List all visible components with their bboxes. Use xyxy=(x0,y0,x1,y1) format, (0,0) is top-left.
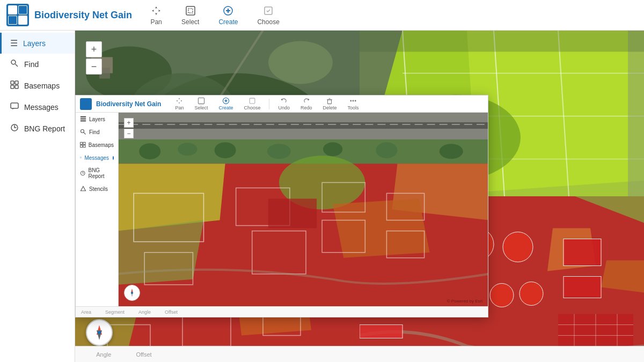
angle-field: Angle xyxy=(96,351,114,358)
zoom-in-button[interactable]: + xyxy=(86,41,102,57)
svg-rect-94 xyxy=(80,142,83,144)
inner-choose-label: Choose xyxy=(244,105,260,110)
sidebar-item-messages[interactable]: Messages xyxy=(0,97,75,118)
svg-point-5 xyxy=(11,60,16,64)
svg-point-108 xyxy=(267,144,291,159)
svg-point-111 xyxy=(440,144,463,159)
inner-create-label: Create xyxy=(218,105,233,110)
svg-rect-126 xyxy=(268,198,317,228)
inner-sidebar-basemaps[interactable]: Basemaps xyxy=(76,138,118,151)
choose-icon xyxy=(262,5,274,17)
svg-rect-75 xyxy=(360,325,402,338)
svg-point-105 xyxy=(139,143,160,159)
messages-badge xyxy=(113,156,114,160)
compass xyxy=(86,319,113,346)
svg-marker-117 xyxy=(333,198,430,257)
inner-select-tool[interactable]: Select xyxy=(190,96,212,112)
inner-undo-tool[interactable]: Undo xyxy=(274,96,294,112)
messages-label: Messages xyxy=(24,103,58,112)
svg-marker-113 xyxy=(119,164,225,231)
inner-pan-tool[interactable]: Pan xyxy=(171,96,188,112)
svg-rect-80 xyxy=(250,98,255,104)
inner-delete-tool[interactable]: Delete xyxy=(318,96,341,112)
inner-select-label: Select xyxy=(194,105,208,110)
inner-modal-title: Biodiversity Net Gain xyxy=(96,100,161,108)
svg-marker-81 xyxy=(281,99,283,101)
svg-rect-89 xyxy=(80,116,86,117)
inner-compass xyxy=(124,285,140,301)
inner-stencils-label: Stencils xyxy=(89,186,108,192)
select-tool[interactable]: Select xyxy=(174,2,207,29)
basemaps-icon xyxy=(10,80,19,91)
svg-point-86 xyxy=(353,100,354,102)
inner-watermark: © Powered by Esri xyxy=(447,299,482,304)
inner-redo-tool[interactable]: Redo xyxy=(296,96,317,112)
svg-line-6 xyxy=(16,64,18,67)
inner-create-tool[interactable]: Create xyxy=(214,96,237,112)
inner-sidebar-find[interactable]: Find xyxy=(76,125,118,138)
app-logo xyxy=(6,4,29,26)
create-label: Create xyxy=(218,18,238,26)
svg-rect-90 xyxy=(80,119,86,120)
inner-modal[interactable]: Biodiversity Net Gain Pan Select Create … xyxy=(75,95,488,317)
inner-sidebar-bng[interactable]: BNG Report xyxy=(76,164,118,182)
inner-undo-label: Undo xyxy=(278,105,290,110)
inner-modal-map[interactable]: + − © Powered by Esri xyxy=(119,113,488,306)
basemaps-label: Basemaps xyxy=(24,82,60,90)
create-tool[interactable]: Create xyxy=(211,2,245,29)
sidebar-item-basemaps[interactable]: Basemaps xyxy=(0,75,75,97)
svg-line-93 xyxy=(84,132,85,134)
choose-tool[interactable]: Choose xyxy=(250,2,287,29)
sidebar-item-bng-report[interactable]: BNG Report xyxy=(0,118,75,139)
svg-point-88 xyxy=(355,100,356,102)
find-icon xyxy=(10,59,19,70)
inner-zoom-out[interactable]: − xyxy=(124,129,134,138)
sidebar-item-find[interactable]: Find xyxy=(0,54,75,75)
svg-rect-31 xyxy=(360,31,644,52)
find-label: Find xyxy=(24,60,39,69)
sidebar-item-layers[interactable]: ☰ Layers xyxy=(0,33,75,54)
inner-choose-tool[interactable]: Choose xyxy=(239,96,265,112)
svg-point-107 xyxy=(215,142,236,158)
svg-rect-11 xyxy=(11,103,18,108)
inner-modal-toolbar: Pan Select Create Choose Undo xyxy=(171,96,363,112)
svg-rect-95 xyxy=(83,142,85,144)
inner-modal-logo xyxy=(80,98,92,110)
select-icon xyxy=(185,5,196,17)
inner-tools-tool[interactable]: Tools xyxy=(343,96,363,112)
inner-layers-label: Layers xyxy=(89,116,105,122)
pan-label: Pan xyxy=(150,18,162,26)
layers-label: Layers xyxy=(23,39,46,48)
inner-segment-field: Segment xyxy=(105,309,128,315)
svg-rect-102 xyxy=(119,122,488,129)
messages-icon xyxy=(10,102,19,113)
svg-rect-98 xyxy=(80,157,82,158)
compass-dot xyxy=(98,331,101,334)
top-bar: Biodiversity Net Gain Pan Select Create … xyxy=(0,0,644,31)
inner-sidebar-stencils[interactable]: Stencils xyxy=(76,182,118,195)
map-area[interactable]: + − xyxy=(75,31,644,362)
zoom-out-button[interactable]: − xyxy=(86,58,102,75)
zoom-controls: + − xyxy=(86,41,102,75)
pan-tool[interactable]: Pan xyxy=(143,2,170,29)
svg-point-109 xyxy=(323,142,342,156)
select-label: Select xyxy=(181,18,199,26)
inner-modal-topbar: Biodiversity Net Gain Pan Select Create … xyxy=(76,95,488,113)
inner-sidebar-layers[interactable]: Layers xyxy=(76,113,118,125)
pan-icon xyxy=(150,5,162,17)
inner-pan-label: Pan xyxy=(175,105,184,110)
svg-point-129 xyxy=(131,292,133,294)
svg-point-87 xyxy=(350,100,352,102)
inner-tools-label: Tools xyxy=(348,105,359,110)
svg-point-92 xyxy=(81,130,84,133)
svg-rect-76 xyxy=(198,98,204,104)
inner-sidebar-messages[interactable]: Messages xyxy=(76,151,118,164)
inner-zoom-in[interactable]: + xyxy=(124,118,134,128)
svg-rect-30 xyxy=(628,31,644,196)
inner-redo-label: Redo xyxy=(301,105,312,110)
inner-delete-label: Delete xyxy=(323,105,336,110)
app-title: Biodiversity Net Gain xyxy=(34,10,132,21)
svg-rect-65 xyxy=(564,239,601,266)
svg-rect-97 xyxy=(83,145,85,147)
svg-point-58 xyxy=(503,232,533,262)
